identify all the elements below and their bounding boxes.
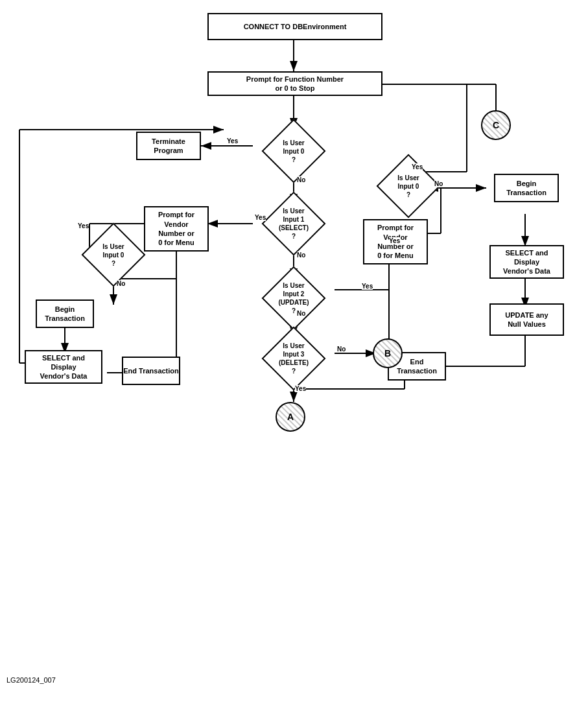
begin-trans-left-node: Begin Transaction	[36, 299, 94, 328]
yes-label-6: Yes	[412, 163, 423, 170]
no-label-1: No	[297, 176, 305, 183]
is-user0-top-diamond	[262, 119, 326, 183]
is-user0-left-diamond	[82, 223, 146, 287]
prompt-function-node: Prompt for Function Number or 0 to Stop	[207, 71, 382, 96]
is-user2-update-diamond	[262, 266, 326, 331]
no-label-2: No	[297, 252, 305, 259]
update-null-node: UPDATE any Null Values	[489, 303, 564, 336]
yes-label-1: Yes	[227, 137, 238, 145]
circle-a-node: A	[276, 402, 305, 432]
no-label-6: No	[434, 180, 443, 187]
yes-label-7: Yes	[389, 237, 400, 244]
yes-label-5: Yes	[362, 283, 373, 290]
no-label-4: No	[337, 346, 346, 353]
circle-b-node: B	[373, 338, 403, 368]
terminate-node: Terminate Program	[136, 132, 201, 160]
prompt-vendor-mid-node: Prompt for Vendor Number or 0 for Menu	[144, 206, 209, 252]
is-user0-right-diamond	[377, 154, 441, 218]
is-user1-select-diamond	[262, 192, 326, 256]
yes-label-2: Yes	[255, 214, 266, 221]
no-label-3: No	[297, 310, 305, 317]
yes-label-3: Yes	[295, 385, 306, 392]
flowchart: CONNECT TO DBEnvironment Prompt for Func…	[0, 0, 588, 687]
is-user3-delete-diamond	[262, 327, 326, 391]
begin-trans-right-node: Begin Transaction	[494, 174, 559, 202]
caption: LG200124_007	[6, 676, 56, 684]
connect-node: CONNECT TO DBEnvironment	[207, 13, 382, 40]
end-trans-left-node: End Transaction	[122, 357, 180, 385]
select-display-left-node: SELECT and Display Vendor's Data	[25, 350, 102, 384]
yes-label-4: Yes	[78, 222, 89, 229]
select-display-right-node: SELECT and Display Vendor's Data	[489, 245, 564, 279]
no-label-5: No	[117, 280, 125, 287]
circle-c-node: C	[481, 110, 511, 140]
